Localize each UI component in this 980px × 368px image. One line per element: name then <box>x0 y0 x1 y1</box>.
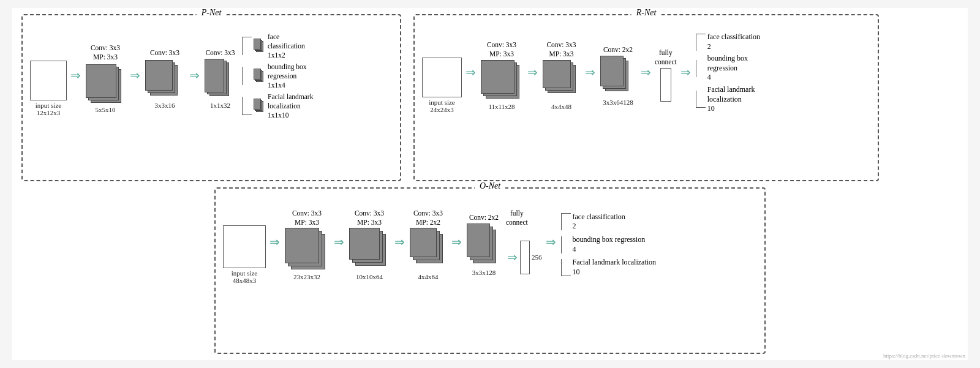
rnet-fc-box <box>660 68 671 102</box>
pnet-layer1-size: 5x5x10 <box>96 106 116 113</box>
rnet-out1: face classification2 <box>696 32 760 51</box>
rnet-layer2-cube <box>541 60 581 102</box>
pnet-input-box <box>30 61 67 100</box>
onet-bracket2 <box>561 236 571 253</box>
onet-fc-box <box>520 241 530 274</box>
rnet-bracket1 <box>696 34 706 51</box>
pnet-layer2-col: Conv: 3x3 3x3x16 <box>144 48 186 109</box>
onet-layer1-size: 23x23x32 <box>293 273 320 280</box>
rnet-arrow3: ⇒ <box>585 65 595 80</box>
onet-layer3-cube <box>409 228 448 272</box>
rnet-fc-col: fullyconnect <box>655 48 677 103</box>
pnet-layer1-label: Conv: 3x3MP: 3x3 <box>91 43 120 62</box>
pnet-bracket1 <box>242 37 252 55</box>
rnet-bracket2 <box>696 60 706 77</box>
top-row: P-Net input size12x12x3 ⇒ Conv: 3x3MP: 3… <box>21 14 959 181</box>
rnet-input-box <box>422 58 462 97</box>
pnet-outputs: faceclassification1x1x2 bounding boxregr… <box>242 32 313 119</box>
arrow2: ⇒ <box>130 68 140 83</box>
rnet-layer1-col: Conv: 3x3MP: 3x3 11x11x28 <box>480 40 524 110</box>
onet-input-label: input size48x48x3 <box>232 269 257 284</box>
onet-out2: bounding box regression4 <box>561 235 657 254</box>
rnet-arrow1: ⇒ <box>466 65 476 80</box>
pnet-out3-cube <box>254 99 266 114</box>
onet-fc-col: fullyconnect ⇒ 256 <box>506 209 542 274</box>
onet-layer4-cube <box>466 223 502 268</box>
rnet-outputs: face classification2 bounding boxregress… <box>696 32 760 114</box>
pnet-content: input size12x12x3 ⇒ Conv: 3x3MP: 3x3 5x5… <box>30 32 393 124</box>
onet-out2-label: bounding box regression4 <box>573 235 646 254</box>
onet-input-box <box>223 225 266 268</box>
pnet-out2-cube <box>254 69 266 84</box>
main-diagram: P-Net input size12x12x3 ⇒ Conv: 3x3MP: 3… <box>12 8 968 360</box>
pnet-box: P-Net input size12x12x3 ⇒ Conv: 3x3MP: 3… <box>21 14 401 181</box>
rnet-layer2-col: Conv: 3x3MP: 3x3 4x4x48 <box>541 40 581 110</box>
onet-layer1-col: Conv: 3x3MP: 3x3 23x23x32 <box>284 209 330 281</box>
pnet-out3: Facial landmarklocalization1x1x10 <box>242 92 313 120</box>
rnet-layer2-label: Conv: 3x3MP: 3x3 <box>546 40 576 59</box>
onet-bracket3 <box>561 259 571 276</box>
bottom-row: O-Net input size48x48x3 ⇒ Conv: 3x3MP: 3… <box>21 187 959 355</box>
rnet-layer2-size: 4x4x48 <box>551 103 571 110</box>
rnet-out2: bounding boxregression4 <box>696 54 760 83</box>
rnet-layer3-size: 3x3x64128 <box>603 99 633 106</box>
onet-box: O-Net input size48x48x3 ⇒ Conv: 3x3MP: 3… <box>214 187 766 355</box>
pnet-layer1-cube <box>85 63 126 105</box>
rnet-layer1-label: Conv: 3x3MP: 3x3 <box>487 40 516 59</box>
pnet-layer2-cube <box>144 59 186 100</box>
rnet-title: R-Net <box>631 8 662 18</box>
onet-arrow6: ⇒ <box>546 235 556 249</box>
onet-layer4-col: Conv: 2x2 3x3x128 <box>466 213 502 276</box>
rnet-layer3-cube <box>599 56 637 97</box>
onet-layer1-label: Conv: 3x3MP: 3x3 <box>292 209 322 227</box>
pnet-layer2-label: Conv: 3x3 <box>150 48 179 58</box>
onet-layer3-col: Conv: 3x3MP: 2x2 4x4x64 <box>409 209 448 281</box>
rnet-input-col: input size24x24x3 <box>422 38 462 113</box>
pnet-layer3-label: Conv: 3x3 <box>205 48 235 58</box>
rnet-content: input size24x24x3 ⇒ Conv: 3x3MP: 3x3 11x… <box>422 32 870 119</box>
onet-layer2-col: Conv: 3x3MP: 3x3 10x10x64 <box>348 209 391 281</box>
onet-out1: face classification2 <box>561 212 657 231</box>
pnet-bracket2 <box>242 67 252 85</box>
onet-layer1-cube <box>284 228 330 272</box>
onet-fc-label: fullyconnect <box>506 209 528 227</box>
pnet-layer3-col: Conv: 3x3 1x1x32 <box>203 48 237 109</box>
rnet-input-label: input size24x24x3 <box>429 99 454 113</box>
onet-title: O-Net <box>475 181 505 191</box>
arrow1: ⇒ <box>70 68 81 83</box>
rnet-bracket3 <box>696 91 706 108</box>
onet-arrow5: ⇒ <box>507 250 518 265</box>
onet-arrow3: ⇒ <box>394 235 405 249</box>
arrow3: ⇒ <box>189 68 200 83</box>
pnet-layer3-cube <box>203 59 237 100</box>
rnet-layer3-label: Conv: 2x2 <box>603 45 633 54</box>
rnet-layer1-size: 11x11x28 <box>488 103 514 110</box>
watermark: https://blog.csdn.net/ptice-downtown <box>883 353 965 359</box>
pnet-out1: faceclassification1x1x2 <box>242 32 313 60</box>
onet-bracket1 <box>561 213 571 230</box>
pnet-bracket3 <box>242 97 252 115</box>
pnet-input-col: input size12x12x3 <box>30 41 67 116</box>
onet-arrow2: ⇒ <box>334 235 344 249</box>
onet-content: input size48x48x3 ⇒ Conv: 3x3MP: 3x3 23x… <box>223 206 757 284</box>
onet-fc-row: ⇒ 256 <box>506 241 542 274</box>
pnet-layer1-col: Conv: 3x3MP: 3x3 5x5x10 <box>85 43 126 113</box>
rnet-out3-label: Facial landmarklocalization10 <box>707 85 755 114</box>
pnet-out2: bounding boxregression1x1x4 <box>242 62 313 90</box>
onet-layer2-size: 10x10x64 <box>356 273 383 280</box>
onet-input-col: input size48x48x3 <box>223 206 266 284</box>
rnet-arrow2: ⇒ <box>527 65 538 80</box>
onet-out3-label: Facial landmark localization10 <box>573 258 657 277</box>
onet-layer4-size: 3x3x128 <box>472 269 496 276</box>
rnet-arrow5: ⇒ <box>680 65 691 80</box>
onet-fc-size: 256 <box>532 253 542 261</box>
onet-layer2-label: Conv: 3x3MP: 3x3 <box>355 209 384 227</box>
rnet-layer1-cube <box>480 60 524 102</box>
onet-arrow1: ⇒ <box>270 235 280 249</box>
rnet-out3: Facial landmarklocalization10 <box>696 85 760 114</box>
pnet-out1-label: faceclassification1x1x2 <box>268 32 305 60</box>
onet-layer3-label: Conv: 3x3MP: 2x2 <box>413 209 443 227</box>
rnet-out2-label: bounding boxregression4 <box>707 54 748 83</box>
pnet-layer2-size: 3x3x16 <box>155 102 175 109</box>
rnet-arrow4: ⇒ <box>641 65 651 80</box>
